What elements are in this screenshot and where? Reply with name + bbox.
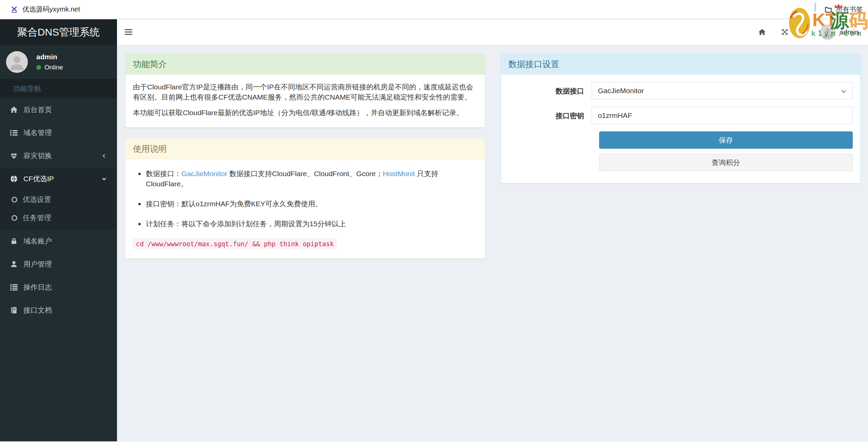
- usage-item-api-key: 接口密钥：默认o1zrmHAF为免费KEY可永久免费使用。: [138, 199, 477, 209]
- sidebar-item-dashboard[interactable]: 后台首页: [0, 98, 117, 121]
- app-frame: 聚合DNS管理系统 admin Online 功能导航: [0, 19, 868, 441]
- intro-panel: 功能简介 由于CloudFlare官方IP是泛播路由，同一个IP在不同地区不同运…: [125, 54, 485, 128]
- usage-panel-body: 数据接口：GacJieMonitor 数据接口支持CloudFlare、Clou…: [125, 159, 485, 258]
- data-api-select[interactable]: GacJieMonitor: [592, 82, 853, 99]
- app-title: 聚合DNS管理系统: [0, 19, 117, 45]
- folder-icon: [824, 5, 832, 14]
- cron-command-line: cd /www/wwwroot/max.sgqt.fun/ && php thi…: [133, 239, 477, 249]
- sidebar-user-panel: admin Online: [0, 45, 117, 79]
- cron-command-code: cd /www/wwwroot/max.sgqt.fun/ && php thi…: [133, 238, 337, 249]
- fullscreen-button[interactable]: [773, 19, 796, 45]
- sidebar-item-domain-accounts[interactable]: 域名账户: [0, 230, 117, 253]
- api-key-form-group: 接口密钥: [509, 107, 853, 124]
- data-api-label: 数据接口: [509, 82, 592, 99]
- browser-bookmark-bar: 优选源码yxymk.net 所有书签: [0, 0, 868, 19]
- fullscreen-icon: [781, 28, 789, 36]
- sidebar: 聚合DNS管理系统 admin Online 功能导航: [0, 19, 117, 441]
- left-column: 功能简介 由于CloudFlare官方IP是泛播路由，同一个IP在不同地区不同运…: [125, 54, 485, 441]
- navbar-right: admin: [751, 19, 868, 45]
- data-api-form-group: 数据接口 GacJieMonitor: [509, 82, 853, 99]
- sidebar-item-logs[interactable]: 操作日志: [0, 276, 117, 299]
- book-icon: [9, 306, 18, 315]
- sidebar-subitem-label: 优选设置: [23, 195, 51, 204]
- sidebar-item-cf-ip[interactable]: CF优选IP: [0, 167, 117, 190]
- globe-icon: [9, 174, 18, 183]
- bookmark-item[interactable]: 优选源码yxymk.net: [10, 5, 80, 14]
- sidebar-toggle-button[interactable]: [117, 19, 140, 45]
- sidebar-menu: 后台首页 域名管理: [0, 98, 117, 322]
- home-icon: [758, 28, 766, 36]
- navbar-user-menu[interactable]: admin: [820, 24, 859, 40]
- sidebar-subitem-label: 任务管理: [23, 213, 51, 223]
- bookmark-site-label: 优选源码yxymk.net: [22, 5, 80, 14]
- sidebar-user-name: admin: [36, 53, 63, 61]
- navbar-avatar: [820, 24, 835, 40]
- right-column: 数据接口设置 数据接口 GacJieMonitor: [501, 54, 861, 441]
- sidebar-item-api-docs[interactable]: 接口文档: [0, 299, 117, 322]
- sidebar-item-domains[interactable]: 域名管理: [0, 121, 117, 144]
- list-icon: [9, 128, 18, 137]
- sidebar-item-label: 操作日志: [23, 282, 52, 292]
- user-avatar: [6, 51, 28, 73]
- usage-list: 数据接口：GacJieMonitor 数据接口支持CloudFlare、Clou…: [133, 169, 477, 229]
- api-settings-title: 数据接口设置: [501, 54, 861, 75]
- usage-panel-title: 使用说明: [125, 139, 485, 159]
- sidebar-item-label: 接口文档: [23, 306, 52, 315]
- sidebar-item-label: 用户管理: [23, 259, 52, 269]
- usage-text: 数据接口：: [146, 170, 181, 177]
- top-navbar: admin: [117, 19, 868, 45]
- lock-icon: [9, 237, 18, 246]
- data-api-selected-value: GacJieMonitor: [598, 86, 644, 96]
- chevron-down-icon: [101, 175, 107, 182]
- home-button[interactable]: [751, 19, 773, 45]
- log-list-icon: [9, 283, 18, 292]
- sidebar-submenu: 优选设置 任务管理: [0, 190, 117, 230]
- api-settings-panel: 数据接口设置 数据接口 GacJieMonitor: [501, 54, 861, 184]
- navbar-user-name: admin: [840, 28, 859, 36]
- user-icon: [9, 260, 18, 269]
- sidebar-item-label: 域名账户: [23, 236, 52, 246]
- sidebar-subitem-optimize-settings[interactable]: 优选设置: [0, 190, 117, 209]
- intro-panel-body: 由于CloudFlare官方IP是泛播路由，同一个IP在不同地区不同运营商所链接…: [125, 75, 485, 127]
- online-dot-icon: [36, 65, 41, 70]
- home-icon: [9, 105, 18, 114]
- all-bookmarks-button[interactable]: 所有书签: [824, 5, 863, 14]
- api-key-input[interactable]: [592, 107, 853, 124]
- sidebar-user-status[interactable]: Online: [36, 64, 63, 71]
- chevron-left-icon: [101, 152, 107, 159]
- sidebar-item-failover[interactable]: 容灾切换: [0, 144, 117, 167]
- hostmonit-link[interactable]: HostMonit: [383, 170, 415, 177]
- api-key-label: 接口密钥: [509, 107, 592, 124]
- usage-item-data-api: 数据接口：GacJieMonitor 数据接口支持CloudFlare、Clou…: [138, 169, 477, 189]
- sidebar-subitem-task-manage[interactable]: 任务管理: [0, 209, 117, 227]
- save-button[interactable]: 保存: [599, 131, 853, 149]
- sidebar-treeview-cf: CF优选IP 优选设置 任务管理: [0, 167, 117, 230]
- sidebar-item-label: 容灾切换: [23, 151, 52, 161]
- circle-o-icon: [12, 197, 17, 203]
- main-area: admin 功能简介 由于CloudFlare官方IP是泛播路由，同一个IP在不…: [117, 19, 868, 441]
- intro-paragraph-1: 由于CloudFlare官方IP是泛播路由，同一个IP在不同地区不同运营商所链接…: [133, 82, 477, 102]
- gacjiemonitor-link[interactable]: GacJieMonitor: [181, 170, 227, 177]
- online-label: Online: [44, 64, 63, 71]
- circle-o-icon: [12, 215, 17, 221]
- select-chevron-icon: [840, 87, 847, 94]
- sidebar-item-label: 后台首页: [23, 105, 52, 114]
- query-points-button[interactable]: 查询积分: [599, 154, 853, 171]
- heartbeat-icon: [9, 151, 18, 160]
- sidebar-item-label: 域名管理: [23, 128, 52, 138]
- sidebar-item-label: CF优选IP: [23, 174, 54, 184]
- api-settings-body: 数据接口 GacJieMonitor: [501, 75, 861, 183]
- intro-panel-title: 功能简介: [125, 54, 485, 75]
- site-favicon-icon: [10, 5, 18, 14]
- hamburger-icon: [125, 29, 132, 35]
- usage-panel: 使用说明 数据接口：GacJieMonitor 数据接口支持CloudFlare…: [125, 139, 485, 259]
- all-bookmarks-label: 所有书签: [836, 5, 863, 14]
- page-content: 功能简介 由于CloudFlare官方IP是泛播路由，同一个IP在不同地区不同运…: [117, 45, 868, 441]
- usage-item-cron: 计划任务：将以下命令添加到计划任务，周期设置为15分钟以上: [138, 219, 477, 229]
- sidebar-section-label: 功能导航: [0, 79, 117, 98]
- intro-paragraph-2: 本功能可以获取CloudFlare最新的优选IP地址（分为电信/联通/移动线路）…: [133, 108, 477, 118]
- api-form-actions: 保存 查询积分: [599, 131, 853, 171]
- sidebar-item-users[interactable]: 用户管理: [0, 253, 117, 276]
- usage-text: 数据接口支持CloudFlare、CloudFront、Gcore；: [227, 170, 383, 177]
